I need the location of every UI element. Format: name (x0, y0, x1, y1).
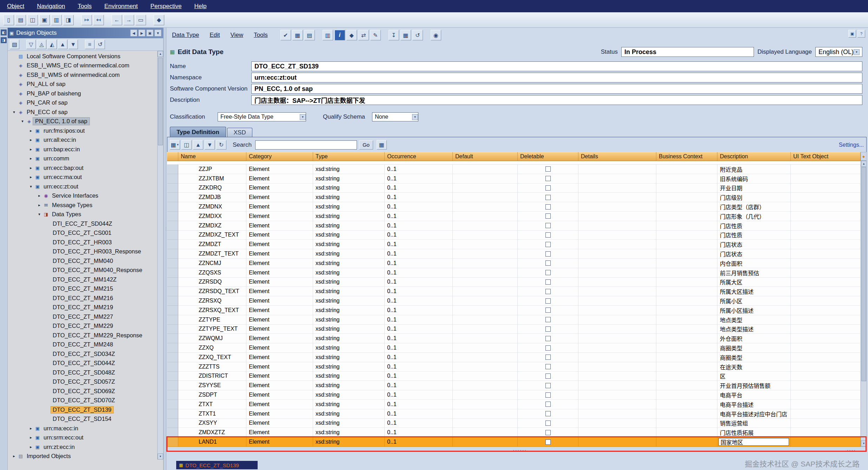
new-object-icon[interactable]: ▯ (4, 15, 14, 25)
deletable-checkbox[interactable] (545, 411, 551, 416)
go-button[interactable]: Go (359, 140, 373, 150)
tree-item-pn-ecc-1-0-of-sap[interactable]: ▾◈PN_ECC, 1.0 of sap (8, 117, 157, 126)
expand-arrow-icon[interactable]: ▾ (20, 119, 25, 124)
tree-item-service-interfaces[interactable]: ▸◉Service Interfaces (8, 191, 157, 201)
deletable-checkbox[interactable] (545, 260, 551, 266)
table-row-zzztts[interactable]: ZZZTTSElementxsd:string0..1在途天数 (167, 362, 861, 372)
expand-arrow-icon[interactable]: ▸ (37, 203, 42, 207)
deletable-checkbox[interactable] (545, 289, 551, 294)
row-selector[interactable] (167, 390, 178, 400)
column-header-name[interactable]: Name (178, 152, 246, 161)
expand-arrow-icon[interactable]: ▸ (28, 435, 34, 440)
tree-item-dto-ecc-zt-mm215[interactable]: DTO_ECC_ZT_MM215 (8, 284, 157, 294)
column-header-business-context[interactable]: Business Context (656, 152, 717, 161)
table-row-zzmdzt-text[interactable]: ZZMDZT_TEXTElementxsd:string0..1门店状态 (167, 249, 861, 259)
deletable-checkbox[interactable] (545, 213, 551, 219)
tab-type-definition[interactable]: Type Definition (170, 127, 226, 137)
editor-menu-item-tools[interactable]: Tools (254, 32, 268, 39)
tree-item-urn-bap-ecc-in[interactable]: ▸▣urn:bap:ecc:in (8, 145, 157, 154)
tree-item-dto-ecc-zt-sd034z[interactable]: DTO_ECC_ZT_SD034Z (8, 349, 157, 359)
deletable-checkbox[interactable] (545, 176, 551, 181)
row-selector[interactable] (167, 381, 178, 390)
expand-arrow-icon[interactable]: ▸ (11, 454, 17, 458)
column-header-details[interactable]: Details (578, 152, 656, 161)
tree-item-dto-ecc-zt-cs001[interactable]: DTO_ECC_ZT_CS001 (8, 229, 157, 238)
deletable-checkbox[interactable] (545, 326, 551, 332)
scroll-up-icon[interactable]: ▲ (861, 161, 867, 167)
deletable-checkbox[interactable] (545, 185, 551, 191)
tree-item-dto-ecc-zt-sd070z[interactable]: DTO_ECC_ZT_SD070Z (8, 396, 157, 405)
filter-icon[interactable]: ▽ (26, 40, 36, 49)
chevron-down-icon[interactable]: ▼ (300, 114, 306, 120)
qualify-schema-select[interactable]: None ▼ (372, 112, 418, 121)
chevron-down-icon[interactable]: ▼ (854, 49, 860, 55)
filter-add-icon[interactable]: ◬ (37, 40, 46, 49)
splitter-dots[interactable]: ···· (847, 447, 856, 453)
tree-item-run-fms-ipos-out[interactable]: ▸▣run:fms:ipos:out (8, 126, 157, 135)
row-selector[interactable] (167, 296, 178, 306)
table-row-zzmdnx[interactable]: ZZMDNXElementxsd:string0..1门店类型（店群） (167, 202, 861, 212)
worklist-icon[interactable]: ≡ (85, 40, 94, 49)
menu-item-tools[interactable]: Tools (78, 3, 92, 10)
table-row-zztype[interactable]: ZZTYPEElementxsd:string0..1地点类型 (167, 315, 861, 325)
table-row-zzjp[interactable]: ZZJPElementxsd:string0..1附近竞品 (167, 165, 861, 174)
row-selector[interactable] (167, 372, 178, 381)
row-selector[interactable] (167, 268, 178, 278)
tree-item-urn-all-ecc-in[interactable]: ▸▣urn:all:ecc:in (8, 135, 157, 145)
table-row-zzrsdq-text[interactable]: ZZRSDQ_TEXTElementxsd:string0..1所属大区描述 (167, 287, 861, 296)
expand-arrow-icon[interactable]: ▸ (37, 193, 42, 198)
open-object-tab[interactable]: ▦ DTO_ECC_ZT_SD139 (176, 461, 258, 469)
column-header-category[interactable]: Category (246, 152, 313, 161)
row-selector[interactable] (167, 428, 178, 437)
tree-item-data-types[interactable]: ▾◨Data Types (8, 210, 157, 219)
table-row-zzxq[interactable]: ZZXQElementxsd:string0..1商圈类型 (167, 343, 861, 353)
chevron-down-icon[interactable]: ▼ (412, 114, 418, 120)
expand-arrow-icon[interactable]: ▸ (28, 175, 34, 179)
table-row-zzmdxz-text[interactable]: ZZMDXZ_TEXTElementxsd:string0..1门店性质 (167, 231, 861, 240)
row-selector[interactable] (167, 437, 178, 447)
tree-item-urn-comm[interactable]: ▸▣urn:comm (8, 154, 157, 164)
deletable-checkbox[interactable] (545, 251, 551, 257)
tree-item-urn-zt-ecc-in[interactable]: ▸▣urn:zt:ecc:in (8, 442, 157, 452)
preferences-icon[interactable]: ◆ (154, 15, 164, 25)
table-row-zzxq-text[interactable]: ZZXQ_TEXTElementxsd:string0..1商圈类型 (167, 353, 861, 362)
deletable-checkbox[interactable] (545, 421, 551, 426)
refresh-icon[interactable]: ↺ (95, 40, 105, 49)
delete-row-icon[interactable]: ◫ (181, 140, 192, 150)
row-selector[interactable] (167, 259, 178, 268)
deletable-checkbox[interactable] (545, 364, 551, 369)
tree-item-dto-ecc-zt-sd044z[interactable]: DTO_ECC_ZT_SD044Z (8, 359, 157, 368)
classification-select[interactable]: Free-Style Data Type ▼ (218, 112, 306, 121)
displayed-language-select[interactable]: English (OL) ▼ (815, 47, 862, 57)
editor-menu-item-data-type[interactable]: Data Type (172, 32, 199, 39)
float-editor-icon[interactable]: ▣ (848, 30, 856, 38)
column-header-occurrence[interactable]: Occurrence (385, 152, 453, 161)
row-selector[interactable] (167, 193, 178, 202)
history-icon[interactable]: ▭ (135, 15, 146, 25)
row-selector[interactable] (167, 400, 178, 409)
tree-item-message-types[interactable]: ▸✉Message Types (8, 200, 157, 210)
column-header-description[interactable]: Description (717, 152, 791, 161)
copy-object-icon[interactable]: ◫ (27, 15, 38, 25)
table-row-zzmdzt[interactable]: ZZMDZTElementxsd:string0..1门店状态 (167, 240, 861, 249)
move-up-icon[interactable]: ▲ (193, 140, 203, 150)
table-row-zzmdxz[interactable]: ZZMDXZElementxsd:string0..1门店性质 (167, 221, 861, 231)
row-selector[interactable] (167, 240, 178, 249)
table-row-zzrsdq[interactable]: ZZRSDQElementxsd:string0..1所属大区 (167, 278, 861, 287)
row-selector[interactable] (167, 343, 178, 353)
tree-item-dto-ecc-zt-hr003-response[interactable]: DTO_ECC_ZT_HR003_Response (8, 247, 157, 257)
tree-item-pn-all-of-sap[interactable]: ◈PN_ALL of sap (8, 80, 157, 89)
info-icon[interactable]: i (334, 30, 345, 40)
panel-splitter[interactable] (164, 28, 166, 470)
tree-item-dto-ecc-zt-mm227[interactable]: DTO_ECC_ZT_MM227 (8, 312, 157, 322)
table-row-zdistrict[interactable]: ZDISTRICTElementxsd:string0..1区 (167, 372, 861, 381)
shortcut-search-icon[interactable]: ◨ (1, 37, 7, 43)
table-row-zzkdrq[interactable]: ZZKDRQElementxsd:string0..1开业日期 (167, 184, 861, 193)
menu-item-object[interactable]: Object (7, 3, 24, 10)
table-row-land1[interactable]: LAND1Elementxsd:string0..1国家地区 (167, 437, 861, 447)
tree-item-urn-ecc-zt-out[interactable]: ▾▣urn:ecc:zt:out (8, 182, 157, 191)
tree-item-dto-ecc-zt-hr003[interactable]: DTO_ECC_ZT_HR003 (8, 238, 157, 247)
table-row-zzqsxs[interactable]: ZZQSXSElementxsd:string0..1前三月销售预估 (167, 268, 861, 278)
description-input[interactable]: 国家地区 (718, 438, 789, 446)
tree-item-dto-ecc-zt-sd048z[interactable]: DTO_ECC_ZT_SD048Z (8, 368, 157, 377)
